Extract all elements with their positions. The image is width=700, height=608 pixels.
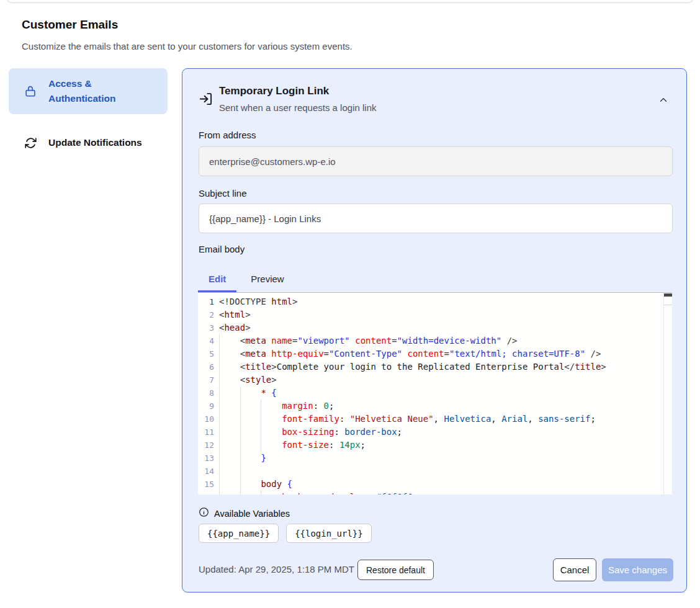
code-line: 2<html> xyxy=(198,308,663,321)
sidebar-item-label: Update Notifications xyxy=(48,135,142,150)
subject-line-label: Subject line xyxy=(199,188,247,199)
code-line: 1<!DOCTYPE html> xyxy=(198,295,663,308)
line-number: 4 xyxy=(198,334,219,347)
code-line: 11 box-sizing: border-box; xyxy=(198,426,663,439)
code-rows: 1<!DOCTYPE html>2<html>3<head>4 <meta na… xyxy=(198,293,663,494)
editor-scrollbar[interactable] xyxy=(663,293,672,494)
sidebar-item-label: Access & Authentication xyxy=(48,76,130,106)
save-changes-button[interactable]: Save changes xyxy=(602,558,673,581)
panel-subtitle: Sent when a user requests a login link xyxy=(219,102,376,113)
variable-chips: {{app_name}} {{login_url}} xyxy=(199,524,372,543)
line-number: 9 xyxy=(198,400,219,413)
from-address-input[interactable] xyxy=(199,146,673,176)
line-number: 10 xyxy=(198,413,219,426)
collapse-panel-button[interactable] xyxy=(654,92,673,109)
code-line: 12 font-size: 14px; xyxy=(198,439,663,452)
line-number: 5 xyxy=(198,347,219,360)
line-number: 12 xyxy=(198,439,219,452)
temporary-login-link-panel: Temporary Login Link Sent when a user re… xyxy=(182,68,687,592)
line-number: 16 xyxy=(198,491,219,494)
panel-title: Temporary Login Link xyxy=(219,85,329,97)
email-body-tabs: Edit Preview xyxy=(198,267,295,292)
email-body-label: Email body xyxy=(199,244,245,254)
from-address-label: From address xyxy=(199,130,256,140)
line-number: 7 xyxy=(198,373,219,387)
sidebar: Access & Authentication Update Notificat… xyxy=(9,68,168,159)
line-number: 6 xyxy=(198,360,219,373)
customer-emails-page: Customer Emails Customize the emails tha… xyxy=(0,0,700,608)
code-line: 8 * { xyxy=(198,387,663,400)
subject-line-input[interactable] xyxy=(199,203,673,233)
variable-chip-app-name[interactable]: {{app_name}} xyxy=(199,524,279,543)
code-line: 7 <style> xyxy=(198,373,663,387)
sidebar-item-update-notifications[interactable]: Update Notifications xyxy=(9,127,168,159)
line-number: 1 xyxy=(198,295,219,308)
code-line: 6 <title>Complete your login to the Repl… xyxy=(198,360,663,373)
line-number: 3 xyxy=(198,321,219,334)
line-number: 14 xyxy=(198,465,219,478)
cancel-button[interactable]: Cancel xyxy=(553,558,596,581)
updated-timestamp: Updated: Apr 29, 2025, 1:18 PM MDT xyxy=(199,564,354,574)
scrollbar-divider xyxy=(664,305,672,305)
line-number: 13 xyxy=(198,452,219,465)
code-line: 9 margin: 0; xyxy=(198,400,663,413)
code-line: 14 xyxy=(198,465,663,478)
code-line: 16 background-color: #f6f6f6; xyxy=(198,491,663,494)
code-line: 15 body { xyxy=(198,478,663,491)
scrollbar-thumb[interactable] xyxy=(664,293,672,297)
code-line: 10 font-family: "Helvetica Neue", Helvet… xyxy=(198,413,663,426)
previous-card-bottom-edge xyxy=(6,0,694,3)
sidebar-item-access-authentication[interactable]: Access & Authentication xyxy=(9,68,168,114)
code-editor[interactable]: 1<!DOCTYPE html>2<html>3<head>4 <meta na… xyxy=(198,292,672,494)
refresh-icon xyxy=(24,136,37,150)
variable-chip-login-url[interactable]: {{login_url}} xyxy=(286,524,372,543)
code-line: 5 <meta http-equiv="Content-Type" conten… xyxy=(198,347,663,360)
lock-icon xyxy=(24,84,37,98)
info-icon xyxy=(199,507,209,520)
available-variables-header: Available Variables xyxy=(199,507,290,520)
line-number: 2 xyxy=(198,308,219,321)
chevron-up-icon xyxy=(658,94,669,107)
code-line: 4 <meta name="viewport" content="width=d… xyxy=(198,334,663,347)
line-number: 11 xyxy=(198,426,219,439)
page-subtitle: Customize the emails that are sent to yo… xyxy=(22,41,352,51)
restore-default-button[interactable]: Restore default xyxy=(357,560,434,580)
tab-edit[interactable]: Edit xyxy=(198,267,236,292)
tab-preview[interactable]: Preview xyxy=(240,267,294,292)
code-line: 13 } xyxy=(198,452,663,465)
code-line: 3<head> xyxy=(198,321,663,334)
log-in-icon xyxy=(199,92,213,109)
line-number: 8 xyxy=(198,387,219,400)
available-variables-label: Available Variables xyxy=(214,509,290,519)
page-title: Customer Emails xyxy=(22,18,118,32)
line-number: 15 xyxy=(198,478,219,491)
